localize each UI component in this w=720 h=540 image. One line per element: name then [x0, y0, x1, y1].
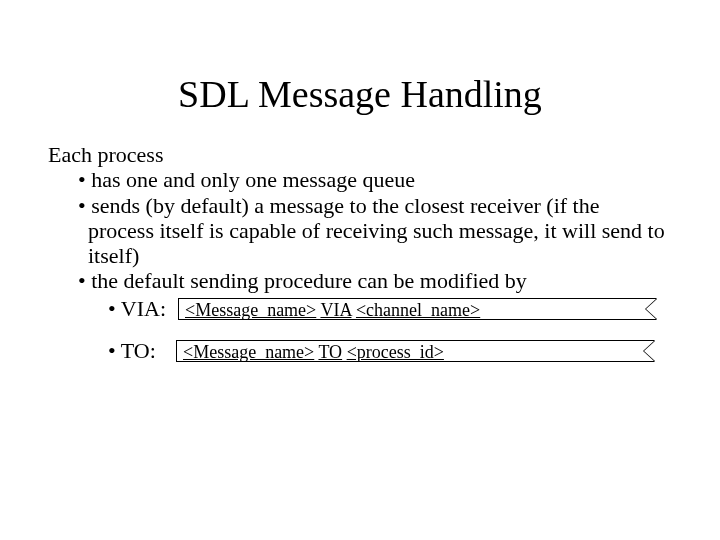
- slide-body: Each process has one and only one messag…: [48, 142, 668, 364]
- bullet-default-send: sends (by default) a message to the clos…: [78, 193, 668, 269]
- slide-title: SDL Message Handling: [0, 72, 720, 116]
- bullet-queue: has one and only one message queue: [78, 167, 668, 192]
- via-label-text: VIA:: [121, 296, 166, 321]
- via-symbol-text: <Message_name> VIA <channel_name>: [185, 300, 480, 321]
- via-label: • VIA:: [108, 296, 166, 321]
- bullet-modified-by: the default sending procedure can be mod…: [78, 268, 668, 293]
- sdl-output-symbol-to: <Message_name> TO <process_id>: [176, 340, 654, 362]
- sdl-output-shape-icon: <Message_name> VIA <channel_name>: [178, 298, 656, 320]
- via-row: • VIA: <Message_name> VIA <channel_name>: [48, 296, 668, 322]
- to-msg: <Message_name>: [183, 342, 314, 362]
- via-msg: <Message_name>: [185, 300, 316, 320]
- slide: SDL Message Handling Each process has on…: [0, 0, 720, 540]
- sdl-output-shape-icon: <Message_name> TO <process_id>: [176, 340, 654, 362]
- via-keyword: VIA: [320, 300, 351, 320]
- sdl-notch-inner-icon: [646, 299, 657, 319]
- intro-line: Each process: [48, 142, 668, 167]
- sdl-output-symbol-via: <Message_name> VIA <channel_name>: [178, 298, 656, 320]
- sdl-notch-inner-icon: [644, 341, 655, 361]
- to-keyword: TO: [318, 342, 342, 362]
- via-arg: <channel_name>: [356, 300, 480, 320]
- to-arg: <process_id>: [347, 342, 444, 362]
- to-row: • TO: <Message_name> TO <process_id>: [48, 338, 668, 364]
- to-symbol-text: <Message_name> TO <process_id>: [183, 342, 444, 363]
- to-label: • TO:: [108, 338, 156, 363]
- to-label-text: TO:: [121, 338, 156, 363]
- spacer: [48, 322, 668, 336]
